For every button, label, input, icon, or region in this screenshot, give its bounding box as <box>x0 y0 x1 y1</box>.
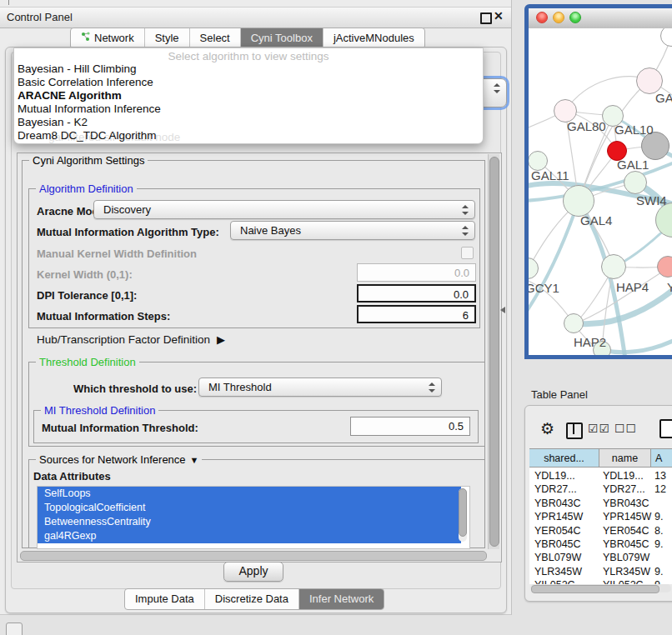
table-row[interactable]: YDL19... YDL19... 13 <box>529 469 672 482</box>
dropdown-item[interactable]: Bayesian - K2 <box>18 116 88 128</box>
deselect-all-columns-icon[interactable]: ☐☐ <box>614 422 637 435</box>
group-title: MI Threshold Definition <box>41 404 158 417</box>
stepper-icon <box>462 226 469 236</box>
list-item[interactable]: gal4RGexp <box>38 529 461 543</box>
table-row[interactable]: YBL079W YBL079W <box>529 551 672 564</box>
screen: Control Panel ✕ Network Style Select Cyn… <box>0 0 672 635</box>
zoom-traffic-light[interactable] <box>569 12 581 23</box>
column-header-name[interactable]: name <box>599 448 651 468</box>
tab-select[interactable]: Select <box>190 28 241 48</box>
dropdown-item[interactable]: Bayesian - Hill Climbing <box>18 62 137 75</box>
data-attributes-label: Data Attributes <box>33 470 111 482</box>
kernel-width-label: Kernel Width (0,1): <box>37 268 133 281</box>
node-label: Y <box>667 280 672 294</box>
close-icon[interactable]: ✕ <box>494 9 504 22</box>
node-label: GAL <box>655 91 672 105</box>
scrollbar-thumb[interactable] <box>531 585 659 593</box>
float-window-icon[interactable] <box>480 12 492 24</box>
export-table-icon[interactable] <box>659 419 672 438</box>
dropdown-item-selected[interactable]: ARACNE Algorithm <box>18 89 122 102</box>
show-columns-icon[interactable] <box>566 422 583 439</box>
scrollbar-thumb[interactable] <box>489 157 499 547</box>
which-threshold-combo[interactable]: MI Threshold <box>198 378 442 397</box>
close-traffic-light[interactable] <box>536 12 548 23</box>
mi-steps-field[interactable]: 6 <box>357 305 476 323</box>
settings-vertical-scrollbar[interactable] <box>488 154 499 549</box>
stepper-icon <box>429 382 435 392</box>
column-header-shared-name[interactable]: shared... <box>529 448 599 468</box>
list-item[interactable]: BetweennessCentrality <box>38 515 461 529</box>
select-all-columns-icon[interactable]: ☑☑ <box>588 422 610 435</box>
node-label: GAL1 <box>617 158 649 172</box>
control-panel-titlebar: Control Panel ✕ <box>0 7 511 28</box>
combo-value: Naive Bayes <box>240 224 301 237</box>
mi-steps-label: Mutual Information Steps: <box>37 310 170 322</box>
dropdown-item[interactable]: Mutual Information Inference <box>18 102 161 115</box>
manual-kernel-checkbox <box>461 247 474 259</box>
tab-cyni-toolbox[interactable]: Cyni Toolbox <box>241 28 323 48</box>
tab-jactivemnodules[interactable]: jActiveMNodules <box>323 28 424 48</box>
tab-discretize-data[interactable]: Discretize Data <box>205 589 299 609</box>
combo-value: MI Threshold <box>208 381 272 393</box>
mi-threshold-field[interactable]: 0.5 <box>350 417 470 436</box>
data-attributes-list: SelfLoops TopologicalCoefficient Between… <box>37 486 470 549</box>
combo-value: Discovery <box>103 203 151 216</box>
table-row[interactable]: YPR145W YPR145W 9. <box>529 510 672 523</box>
table-row[interactable]: YIL052C YIL052C 9 <box>529 578 672 584</box>
table-row[interactable]: YLR345W YLR345W 9. <box>529 565 672 578</box>
minimize-traffic-light[interactable] <box>553 12 564 23</box>
node-label: SWI4 <box>636 193 667 208</box>
network-view-window[interactable]: GAL GAL80 GAL10 GAL1 GAL11 SWI4 GAL4 GCY… <box>524 4 672 359</box>
divider-tick <box>8 0 9 5</box>
dropdown-item[interactable]: Dream8 DC_TDC Algorithm <box>18 129 157 142</box>
sources-group-title[interactable]: Sources for Network Inference ▼ <box>36 453 202 466</box>
dpi-tolerance-field[interactable]: 0.0 <box>357 284 476 302</box>
network-node-hap2[interactable] <box>564 313 584 333</box>
bottom-tabbar: Impute Data Discretize Data Infer Networ… <box>124 588 384 610</box>
kernel-width-field: 0.0 <box>357 263 476 282</box>
list-item[interactable]: SelfLoops <box>38 487 461 501</box>
table-row[interactable]: YBR045C YBR045C 9. <box>529 538 672 551</box>
column-header-partial[interactable]: A <box>651 448 672 468</box>
network-node-swi4[interactable] <box>624 171 647 194</box>
apply-button[interactable]: Apply <box>223 562 283 582</box>
hub-definition-section[interactable]: Hub/Transcription Factor Definition ▶ <box>37 333 225 346</box>
gear-icon[interactable]: ⚙ <box>540 421 554 437</box>
scrollbar-thumb[interactable] <box>459 488 467 537</box>
node-label: GAL11 <box>531 168 569 182</box>
aracne-mode-combo[interactable]: Discovery <box>93 200 475 219</box>
table-row[interactable]: YDR27... YDR27... 12 <box>529 482 672 496</box>
node-label: GCY1 <box>529 281 559 295</box>
collapse-right-icon: ▶ <box>217 333 225 346</box>
node-label: HAP4 <box>616 280 649 294</box>
network-tab-icon <box>81 29 91 48</box>
control-panel: Control Panel ✕ Network Style Select Cyn… <box>0 0 512 615</box>
mi-type-combo[interactable]: Naive Bayes <box>230 221 475 240</box>
dpi-tolerance-label: DPI Tolerance [0,1]: <box>37 289 137 302</box>
tab-infer-network[interactable]: Infer Network <box>299 589 384 609</box>
group-title: Cyni Algorithm Settings <box>29 154 148 167</box>
splitter-collapse-arrow[interactable] <box>500 307 505 313</box>
hub-definition-label: Hub/Transcription Factor Definition <box>37 333 210 346</box>
mi-type-label: Mutual Information Algorithm Type: <box>37 226 219 238</box>
dropdown-placeholder: Select algorithm to view settings <box>14 50 483 62</box>
network-window-titlebar[interactable] <box>529 8 672 29</box>
settings-horizontal-scrollbar[interactable] <box>20 551 487 561</box>
table-row[interactable]: YBR043C YBR043C <box>529 497 672 510</box>
expand-down-icon: ▼ <box>190 455 199 465</box>
network-node-gal4[interactable] <box>563 185 594 217</box>
table-panel-title: Table Panel <box>531 388 588 401</box>
network-node-hap4[interactable] <box>601 254 626 279</box>
table-row[interactable]: YER054C YER054C 8. <box>529 524 672 538</box>
tab-impute-data[interactable]: Impute Data <box>125 589 205 609</box>
tab-style[interactable]: Style <box>145 28 190 48</box>
stepper-icon <box>462 205 469 215</box>
dropdown-item[interactable]: Basic Correlation Inference <box>18 76 153 88</box>
tab-network[interactable]: Network <box>71 28 145 48</box>
collapsed-panel-icon[interactable] <box>6 622 23 635</box>
mi-threshold-label: Mutual Information Threshold: <box>42 422 198 434</box>
list-scrollbar[interactable] <box>459 488 467 542</box>
group-title: Algorithm Definition <box>36 182 137 195</box>
network-canvas[interactable]: GAL GAL80 GAL10 GAL1 GAL11 SWI4 GAL4 GCY… <box>529 28 672 359</box>
list-item[interactable]: TopologicalCoefficient <box>38 501 461 515</box>
